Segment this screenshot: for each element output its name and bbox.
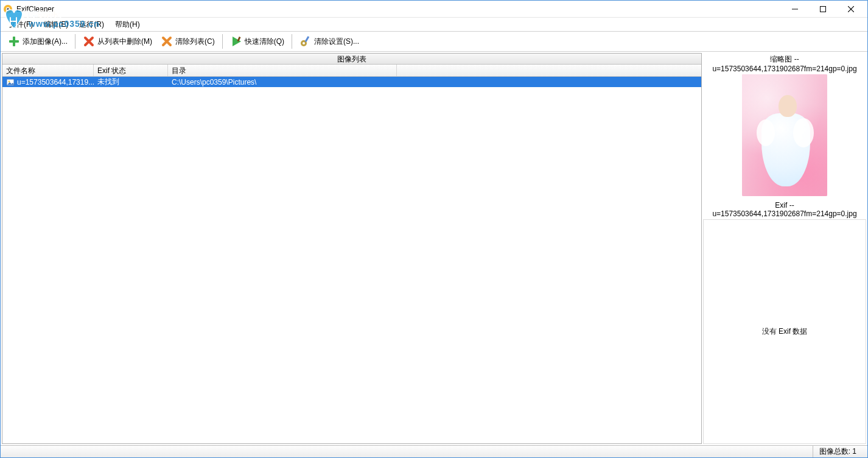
image-list-pane: 图像列表 文件名称 Exif 状态 目录 u=1573503644,17319.… <box>2 53 702 444</box>
x-orange-icon <box>161 35 173 48</box>
column-headers: 文件名称 Exif 状态 目录 <box>2 65 701 77</box>
column-extra[interactable] <box>397 65 701 76</box>
menu-edit[interactable]: 编辑(E) <box>39 18 73 31</box>
cell-exif-status: 未找到 <box>94 77 168 87</box>
quick-clean-label: 快速清除(Q) <box>245 37 284 47</box>
svg-point-2 <box>7 8 9 10</box>
maximize-button[interactable] <box>809 1 837 18</box>
app-title: ExifCleaner <box>16 5 54 13</box>
clean-settings-button[interactable]: 清除设置(S)... <box>296 33 363 49</box>
table-row[interactable]: u=1573503644,17319... 未找到 C:\Users\pc035… <box>2 77 701 87</box>
clean-settings-label: 清除设置(S)... <box>314 37 359 47</box>
add-image-button[interactable]: 添加图像(A)... <box>4 33 71 49</box>
exif-data-box: 没有 Exif 数据 <box>703 219 866 444</box>
svg-point-12 <box>303 42 305 44</box>
image-file-icon <box>6 78 15 86</box>
cell-directory: C:\Users\pc0359\Pictures\ <box>168 78 701 86</box>
toolbar-separator <box>75 34 75 49</box>
svg-rect-8 <box>9 40 19 43</box>
toolbar-separator <box>292 34 292 49</box>
clear-list-button[interactable]: 清除列表(C) <box>157 33 219 49</box>
menubar: 文件(F) 编辑(E) 运行(R) 帮助(H) <box>1 18 867 31</box>
toolbar-separator <box>222 34 223 49</box>
image-list-rows[interactable]: u=1573503644,17319... 未找到 C:\Users\pc035… <box>2 77 701 443</box>
cell-filename: u=1573503644,17319... <box>17 78 94 86</box>
app-icon <box>3 4 13 14</box>
no-exif-text: 没有 Exif 数据 <box>762 326 808 337</box>
gear-brush-icon <box>299 35 312 48</box>
svg-point-15 <box>9 80 10 82</box>
exif-caption: Exif -- u=1573503644,1731902687fm=214gp=… <box>703 200 866 219</box>
minimize-button[interactable] <box>781 1 809 18</box>
toolbar: 添加图像(A)... 从列表中删除(M) 清除列表(C) 快速清除(Q) <box>1 31 867 52</box>
app-window: 河东软件园 www.pc0359.cn ExifCleaner 文件(F) 编辑… <box>0 0 868 458</box>
column-exif-status[interactable]: Exif 状态 <box>94 65 168 76</box>
plus-icon <box>8 35 20 48</box>
remove-from-list-label: 从列表中删除(M) <box>97 37 152 47</box>
column-directory[interactable]: 目录 <box>168 65 397 76</box>
thumbnail-image <box>742 74 827 196</box>
svg-rect-4 <box>821 6 826 12</box>
thumbnail-caption: 缩略图 -- u=1573503644,1731902687fm=214gp=0… <box>703 53 866 74</box>
svg-rect-13 <box>305 36 310 42</box>
play-icon <box>230 35 242 48</box>
menu-file[interactable]: 文件(F) <box>4 18 38 31</box>
statusbar: 图像总数: 1 <box>1 445 867 457</box>
x-red-icon <box>83 35 95 48</box>
column-filename[interactable]: 文件名称 <box>2 65 94 76</box>
close-button[interactable] <box>837 1 865 18</box>
svg-rect-10 <box>237 37 240 42</box>
preview-pane: 缩略图 -- u=1573503644,1731902687fm=214gp=0… <box>703 53 866 444</box>
main-body: 图像列表 文件名称 Exif 状态 目录 u=1573503644,17319.… <box>1 52 867 445</box>
quick-clean-button[interactable]: 快速清除(Q) <box>226 33 288 49</box>
clear-list-label: 清除列表(C) <box>175 37 215 47</box>
menu-help[interactable]: 帮助(H) <box>110 18 145 31</box>
image-list-caption: 图像列表 <box>2 54 701 65</box>
remove-from-list-button[interactable]: 从列表中删除(M) <box>79 33 156 49</box>
status-total-images: 图像总数: 1 <box>813 446 863 457</box>
titlebar: ExifCleaner <box>1 1 867 18</box>
menu-run[interactable]: 运行(R) <box>74 18 109 31</box>
add-image-label: 添加图像(A)... <box>23 37 68 47</box>
